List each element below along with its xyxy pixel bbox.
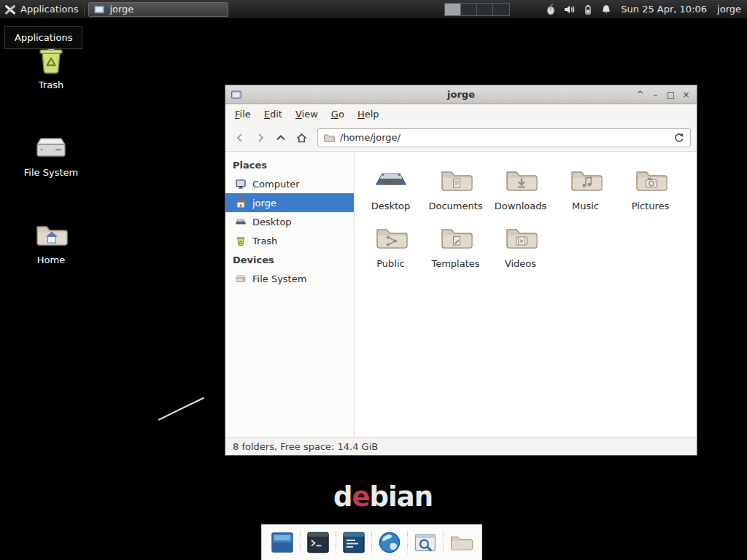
sidebar-item-desktop[interactable]: Desktop: [225, 212, 354, 231]
file-label: Documents: [423, 201, 488, 211]
dock: [261, 524, 482, 560]
dock-separator: [371, 531, 372, 554]
path-bar[interactable]: /home/jorge/: [317, 128, 691, 147]
minimize-button[interactable]: –: [648, 86, 663, 104]
sidebar-item-jorge[interactable]: jorge: [225, 193, 354, 212]
web-browser-launcher[interactable]: [376, 529, 403, 556]
workspace-2[interactable]: [461, 4, 477, 15]
sidebar-item-label: Computer: [252, 179, 300, 190]
computer-icon: [235, 178, 247, 190]
home-icon: [235, 197, 247, 209]
file-pictures[interactable]: Pictures: [618, 161, 683, 211]
sidebar-item-file-system[interactable]: File System: [225, 269, 354, 288]
videos-folder-icon: [488, 219, 553, 257]
file-manager-window: jorge ^–□× FileEditViewGoHelp /home/jorg…: [225, 85, 697, 456]
applications-menu-button[interactable]: Applications: [0, 0, 84, 18]
desktop-icon: [235, 216, 247, 228]
sidebar-item-label: Trash: [252, 236, 277, 246]
status-bar: 8 folders, Free space: 14.4 GiB: [225, 437, 697, 455]
terminal-alt-launcher[interactable]: [341, 529, 367, 556]
pointer-device-icon[interactable]: [545, 4, 557, 15]
workspace-4[interactable]: [493, 4, 509, 15]
file-label: Music: [553, 201, 618, 211]
home-button[interactable]: [291, 128, 311, 147]
forward-button[interactable]: [250, 128, 271, 147]
menu-view[interactable]: View: [289, 106, 325, 122]
desktop-icon-label: Home: [23, 254, 79, 265]
file-manager-launcher[interactable]: [448, 529, 474, 556]
applications-tooltip: Applications: [4, 26, 82, 49]
templates-folder-icon: [423, 219, 488, 257]
file-label: Pictures: [618, 201, 683, 211]
documents-folder-icon: [423, 161, 488, 199]
file-downloads[interactable]: Downloads: [488, 161, 553, 211]
close-button[interactable]: ×: [678, 86, 694, 104]
menu-help[interactable]: Help: [351, 106, 386, 122]
panel-user-label[interactable]: jorge: [717, 4, 741, 15]
show-desktop-launcher[interactable]: [269, 529, 295, 556]
volume-icon[interactable]: [563, 4, 576, 15]
desktop-icon-file-system[interactable]: File System: [23, 130, 79, 178]
up-button[interactable]: [271, 128, 291, 147]
drive-icon: [235, 273, 247, 284]
pictures-folder-icon: [618, 161, 683, 199]
debian-logo: debian: [333, 481, 433, 513]
workspace-switcher[interactable]: [444, 3, 510, 16]
window-titlebar[interactable]: jorge ^–□×: [225, 85, 697, 104]
maximize-button[interactable]: □: [663, 86, 678, 104]
power-manager-icon[interactable]: [582, 4, 594, 15]
desktop-icon-label: File System: [23, 167, 79, 178]
dock-separator: [336, 531, 336, 554]
sidebar-item-trash[interactable]: Trash: [225, 231, 354, 250]
menu-go[interactable]: Go: [325, 106, 351, 122]
debian-logo-text: d: [333, 481, 352, 513]
sidebar: PlacesComputerjorgeDesktopTrashDevicesFi…: [225, 152, 355, 437]
app-finder-launcher[interactable]: [412, 529, 438, 556]
workspace-3[interactable]: [477, 4, 493, 15]
back-button[interactable]: [230, 128, 250, 147]
toolbar: /home/jorge/: [225, 124, 697, 152]
taskbar-window-button[interactable]: jorge: [88, 2, 228, 17]
system-tray: [545, 4, 612, 15]
panel-separator: [84, 4, 85, 15]
file-music[interactable]: Music: [553, 161, 618, 211]
file-documents[interactable]: Documents: [423, 161, 488, 211]
applications-menu-label: Applications: [20, 4, 78, 15]
sidebar-item-label: File System: [252, 273, 306, 284]
debian-logo-accent: e: [352, 481, 370, 513]
desktop-icon-home[interactable]: Home: [23, 217, 79, 265]
taskbar-window-label: jorge: [109, 4, 133, 15]
file-grid: DesktopDocumentsDownloadsMusicPicturesPu…: [355, 152, 697, 437]
desktop-folder-icon: [358, 161, 423, 199]
thunar-window-icon: [93, 4, 105, 15]
sidebar-item-computer[interactable]: Computer: [225, 174, 354, 193]
filesystem-icon: [23, 130, 79, 165]
panel-clock[interactable]: Sun 25 Apr, 10:06: [621, 4, 707, 15]
file-desktop[interactable]: Desktop: [358, 161, 423, 211]
path-folder-icon: [323, 132, 335, 144]
menu-bar: FileEditViewGoHelp: [225, 104, 697, 124]
top-panel: Applications jorge Sun 25 Apr, 10:06 jor…: [0, 0, 747, 19]
file-public[interactable]: Public: [358, 219, 423, 269]
file-label: Public: [358, 258, 423, 269]
file-label: Desktop: [358, 201, 423, 211]
public-folder-icon: [358, 219, 423, 257]
sidebar-item-label: Desktop: [252, 217, 292, 228]
menu-edit[interactable]: Edit: [258, 106, 289, 122]
trash-icon: [235, 235, 247, 246]
file-videos[interactable]: Videos: [488, 219, 553, 269]
desktop-icon-trash[interactable]: Trash: [23, 42, 79, 90]
downloads-folder-icon: [488, 161, 553, 199]
dock-separator: [300, 531, 301, 554]
workspace-1[interactable]: [445, 4, 461, 15]
menu-file[interactable]: File: [228, 106, 258, 122]
dock-separator: [407, 531, 408, 554]
reload-icon[interactable]: [673, 132, 685, 144]
file-templates[interactable]: Templates: [423, 219, 488, 269]
xfce-menu-icon: [4, 4, 16, 15]
shade-button[interactable]: ^: [632, 86, 648, 104]
window-title: jorge: [225, 89, 697, 100]
window-icon: [231, 89, 242, 101]
terminal-launcher[interactable]: [305, 529, 331, 556]
notifications-icon[interactable]: [600, 4, 612, 15]
